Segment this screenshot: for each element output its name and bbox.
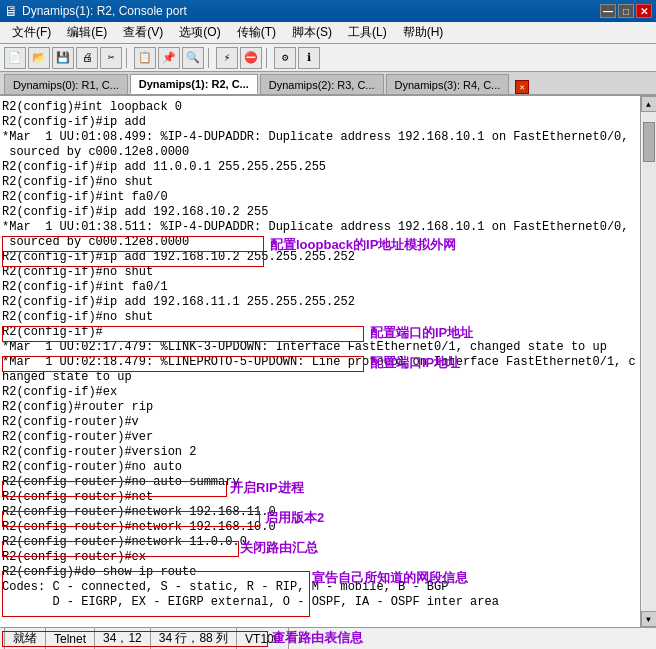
tab-close-button[interactable]: ✕: [515, 80, 529, 94]
tool-info[interactable]: ℹ: [298, 47, 320, 69]
app-icon: 🖥: [4, 3, 18, 19]
menu-file[interactable]: 文件(F): [4, 22, 59, 43]
toolbar-separator-2: [208, 48, 212, 68]
menu-view[interactable]: 查看(V): [115, 22, 171, 43]
close-button[interactable]: ✕: [636, 4, 652, 18]
status-protocol: Telnet: [46, 628, 95, 649]
tool-print[interactable]: 🖨: [76, 47, 98, 69]
tab-r1-label: Dynamips(0): R1, C...: [13, 79, 119, 91]
tab-r1[interactable]: Dynamips(0): R1, C...: [4, 74, 128, 94]
tool-new[interactable]: 📄: [4, 47, 26, 69]
tab-bar: Dynamips(0): R1, C... Dynamips(1): R2, C…: [0, 72, 656, 96]
toolbar-separator-3: [266, 48, 270, 68]
tool-open[interactable]: 📂: [28, 47, 50, 69]
tool-find[interactable]: 🔍: [182, 47, 204, 69]
status-mode: 就绪: [4, 628, 46, 649]
terminal-wrapper: R2(config)#int loopback 0 R2(config-if)#…: [0, 96, 656, 627]
status-rowcol: 34 行，88 列: [151, 628, 237, 649]
toolbar-separator-1: [126, 48, 130, 68]
tool-settings[interactable]: ⚙: [274, 47, 296, 69]
menu-help[interactable]: 帮助(H): [395, 22, 452, 43]
toolbar: 📄 📂 💾 🖨 ✂ 📋 📌 🔍 ⚡ ⛔ ⚙ ℹ: [0, 44, 656, 72]
status-encoding: VT100: [237, 628, 289, 649]
menu-script[interactable]: 脚本(S): [284, 22, 340, 43]
tab-r4-label: Dynamips(3): R4, C...: [395, 79, 501, 91]
maximize-button[interactable]: □: [618, 4, 634, 18]
tool-cut[interactable]: ✂: [100, 47, 122, 69]
status-bar: 就绪 Telnet 34，12 34 行，88 列 VT100: [0, 627, 656, 649]
scroll-up-button[interactable]: ▲: [641, 96, 657, 112]
terminal-output[interactable]: R2(config)#int loopback 0 R2(config-if)#…: [0, 96, 640, 627]
tab-r2[interactable]: Dynamips(1): R2, C...: [130, 74, 258, 94]
menu-tools[interactable]: 工具(L): [340, 22, 395, 43]
menu-bar: 文件(F) 编辑(E) 查看(V) 选项(O) 传输(T) 脚本(S) 工具(L…: [0, 22, 656, 44]
scroll-track[interactable]: [642, 112, 656, 611]
minimize-button[interactable]: —: [600, 4, 616, 18]
tool-connect[interactable]: ⚡: [216, 47, 238, 69]
tool-save[interactable]: 💾: [52, 47, 74, 69]
tab-r4[interactable]: Dynamips(3): R4, C...: [386, 74, 510, 94]
scroll-down-button[interactable]: ▼: [641, 611, 657, 627]
vertical-scrollbar[interactable]: ▲ ▼: [640, 96, 656, 627]
title-bar: 🖥 Dynamips(1): R2, Console port — □ ✕: [0, 0, 656, 22]
status-position: 34，12: [95, 628, 151, 649]
tool-disconnect[interactable]: ⛔: [240, 47, 262, 69]
tab-r2-label: Dynamips(1): R2, C...: [139, 78, 249, 90]
menu-edit[interactable]: 编辑(E): [59, 22, 115, 43]
window-controls: — □ ✕: [600, 4, 652, 18]
scroll-thumb[interactable]: [643, 122, 655, 162]
tool-copy[interactable]: 📋: [134, 47, 156, 69]
menu-transfer[interactable]: 传输(T): [229, 22, 284, 43]
tool-paste[interactable]: 📌: [158, 47, 180, 69]
tab-r3-label: Dynamips(2): R3, C...: [269, 79, 375, 91]
tab-r3[interactable]: Dynamips(2): R3, C...: [260, 74, 384, 94]
menu-options[interactable]: 选项(O): [171, 22, 228, 43]
window-title: Dynamips(1): R2, Console port: [22, 4, 187, 18]
